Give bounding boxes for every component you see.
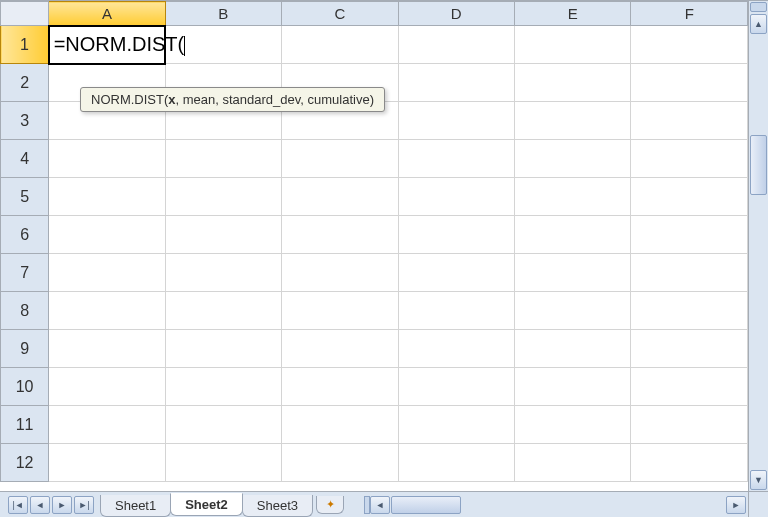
cell-A1[interactable]: =NORM.DIST( [49, 26, 165, 64]
cell-B5[interactable] [165, 178, 281, 216]
row-header-11[interactable]: 11 [1, 406, 49, 444]
new-sheet-button[interactable]: ✦ [316, 496, 344, 514]
row-header-2[interactable]: 2 [1, 64, 49, 102]
next-sheet-button[interactable]: ► [52, 496, 72, 514]
column-header-b[interactable]: B [165, 2, 281, 26]
vertical-split-handle[interactable] [750, 2, 767, 12]
cell-E5[interactable] [515, 178, 631, 216]
cell-D2[interactable] [398, 64, 514, 102]
last-sheet-button[interactable]: ►| [74, 496, 94, 514]
row-header-3[interactable]: 3 [1, 102, 49, 140]
cell-C12[interactable] [282, 444, 398, 482]
column-header-d[interactable]: D [398, 2, 514, 26]
cell-C7[interactable] [282, 254, 398, 292]
horizontal-scroll-thumb[interactable] [391, 496, 461, 514]
row-header-8[interactable]: 8 [1, 292, 49, 330]
cell-E9[interactable] [515, 330, 631, 368]
cell-E8[interactable] [515, 292, 631, 330]
cell-E4[interactable] [515, 140, 631, 178]
cell-D9[interactable] [398, 330, 514, 368]
cell-B4[interactable] [165, 140, 281, 178]
cell-B12[interactable] [165, 444, 281, 482]
cell-A9[interactable] [49, 330, 165, 368]
spreadsheet-grid[interactable]: ABCDEF 1=NORM.DIST(23456789101112 [0, 1, 748, 482]
cell-E6[interactable] [515, 216, 631, 254]
column-header-a[interactable]: A [49, 2, 165, 26]
function-tooltip[interactable]: NORM.DIST(x, mean, standard_dev, cumulat… [80, 87, 385, 112]
active-cell-content[interactable]: =NORM.DIST( [54, 33, 186, 55]
cell-D4[interactable] [398, 140, 514, 178]
cell-D11[interactable] [398, 406, 514, 444]
cell-B11[interactable] [165, 406, 281, 444]
cell-A10[interactable] [49, 368, 165, 406]
cell-C1[interactable] [282, 26, 398, 64]
row-header-7[interactable]: 7 [1, 254, 49, 292]
cell-B8[interactable] [165, 292, 281, 330]
cell-A11[interactable] [49, 406, 165, 444]
cell-E10[interactable] [515, 368, 631, 406]
cell-E7[interactable] [515, 254, 631, 292]
cell-F8[interactable] [631, 292, 748, 330]
cell-B6[interactable] [165, 216, 281, 254]
cell-C9[interactable] [282, 330, 398, 368]
cell-F3[interactable] [631, 102, 748, 140]
sheet-tab-sheet1[interactable]: Sheet1 [100, 495, 171, 517]
cell-A4[interactable] [49, 140, 165, 178]
cell-B9[interactable] [165, 330, 281, 368]
vertical-scroll-track[interactable] [750, 35, 767, 469]
cell-C8[interactable] [282, 292, 398, 330]
cell-E3[interactable] [515, 102, 631, 140]
cell-C11[interactable] [282, 406, 398, 444]
vertical-scroll-thumb[interactable] [750, 135, 767, 195]
row-header-1[interactable]: 1 [1, 26, 49, 64]
cell-F11[interactable] [631, 406, 748, 444]
cell-F5[interactable] [631, 178, 748, 216]
cell-F6[interactable] [631, 216, 748, 254]
cell-A6[interactable] [49, 216, 165, 254]
vertical-scrollbar[interactable]: ▲ ▼ [748, 1, 768, 491]
cell-A7[interactable] [49, 254, 165, 292]
cell-E11[interactable] [515, 406, 631, 444]
select-all-corner[interactable] [1, 2, 49, 26]
sheet-tab-sheet3[interactable]: Sheet3 [242, 495, 313, 517]
cell-E12[interactable] [515, 444, 631, 482]
cell-D12[interactable] [398, 444, 514, 482]
tooltip-current-arg[interactable]: x [168, 92, 175, 107]
column-header-e[interactable]: E [515, 2, 631, 26]
cell-C4[interactable] [282, 140, 398, 178]
cell-A12[interactable] [49, 444, 165, 482]
cell-A8[interactable] [49, 292, 165, 330]
row-header-10[interactable]: 10 [1, 368, 49, 406]
cell-B10[interactable] [165, 368, 281, 406]
cell-D5[interactable] [398, 178, 514, 216]
scroll-up-button[interactable]: ▲ [750, 14, 767, 34]
first-sheet-button[interactable]: |◄ [8, 496, 28, 514]
cell-D8[interactable] [398, 292, 514, 330]
row-header-5[interactable]: 5 [1, 178, 49, 216]
cell-E1[interactable] [515, 26, 631, 64]
sheet-tab-sheet2[interactable]: Sheet2 [170, 493, 243, 516]
cell-F2[interactable] [631, 64, 748, 102]
cell-C6[interactable] [282, 216, 398, 254]
row-header-12[interactable]: 12 [1, 444, 49, 482]
cell-D3[interactable] [398, 102, 514, 140]
cell-E2[interactable] [515, 64, 631, 102]
horizontal-scroll-track[interactable] [391, 496, 725, 514]
cell-F9[interactable] [631, 330, 748, 368]
cell-F10[interactable] [631, 368, 748, 406]
row-header-9[interactable]: 9 [1, 330, 49, 368]
cell-D6[interactable] [398, 216, 514, 254]
cell-A5[interactable] [49, 178, 165, 216]
cell-D10[interactable] [398, 368, 514, 406]
cell-C5[interactable] [282, 178, 398, 216]
cell-B7[interactable] [165, 254, 281, 292]
row-header-4[interactable]: 4 [1, 140, 49, 178]
scroll-left-button[interactable]: ◄ [370, 496, 390, 514]
row-header-6[interactable]: 6 [1, 216, 49, 254]
prev-sheet-button[interactable]: ◄ [30, 496, 50, 514]
cell-D7[interactable] [398, 254, 514, 292]
column-header-c[interactable]: C [282, 2, 398, 26]
cell-D1[interactable] [398, 26, 514, 64]
cell-F12[interactable] [631, 444, 748, 482]
column-header-f[interactable]: F [631, 2, 748, 26]
